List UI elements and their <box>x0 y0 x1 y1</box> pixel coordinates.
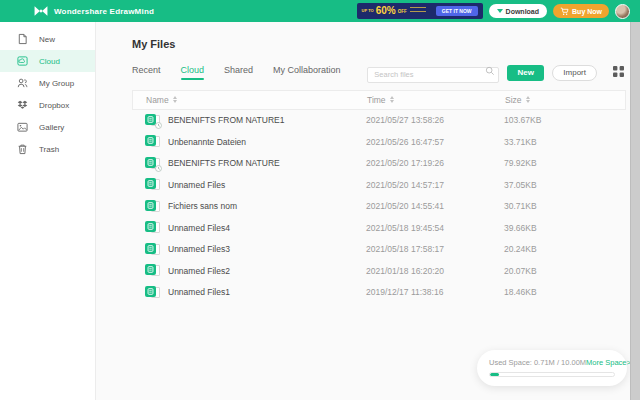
gallery-icon <box>17 121 28 133</box>
file-name-cell: Fichiers sans nom <box>145 200 366 213</box>
edrawmind-logo-icon <box>34 5 48 17</box>
file-icon <box>145 264 160 277</box>
sort-icon-name[interactable] <box>173 96 177 103</box>
file-icon <box>145 135 160 148</box>
file-name-cell: Unnamed Files1 <box>145 286 366 299</box>
file-name-cell: Unnamed Files <box>145 178 366 191</box>
top-bar: Wondershare EdrawMind UP TO 60% OFF GET … <box>0 0 640 22</box>
file-name: Unnamed Files4 <box>168 223 230 233</box>
column-header-size: Size <box>505 95 522 105</box>
file-name-cell: BENENIFTS FROM NATURE <box>145 157 366 170</box>
promo-banner[interactable]: UP TO 60% OFF GET IT NOW <box>357 3 483 19</box>
dropbox-icon <box>17 99 28 111</box>
file-icon <box>145 178 160 191</box>
sort-icon-time[interactable] <box>390 96 394 103</box>
file-name-cell: Unnamed Files4 <box>145 221 366 234</box>
promo-percent-label: 60% <box>376 6 396 16</box>
tab-my-collaboration[interactable]: My Collaboration <box>273 65 341 80</box>
file-name: Unnamed Files3 <box>168 244 230 254</box>
new-button[interactable]: New <box>507 65 544 81</box>
column-header-time: Time <box>367 95 386 105</box>
search-box <box>367 63 499 83</box>
promo-countdown-decoration <box>410 7 426 15</box>
new-file-icon <box>17 33 28 45</box>
file-size-cell: 30.71KB <box>504 201 626 211</box>
table-row[interactable]: Unbenannte Dateien2021/05/26 16:47:5733.… <box>132 131 626 153</box>
sidebar-item-cloud[interactable]: Cloud <box>0 50 95 72</box>
sort-icon-size[interactable] <box>526 96 530 103</box>
file-size-cell: 33.71KB <box>504 137 626 147</box>
buy-now-button[interactable]: Buy Now <box>553 4 609 18</box>
file-name: BENENIFTS FROM NATURE1 <box>168 115 285 125</box>
table-row[interactable]: Fichiers sans nom2021/05/20 14:55:4130.7… <box>132 196 626 218</box>
file-icon <box>145 114 160 127</box>
table-row[interactable]: BENENIFTS FROM NATURE2021/05/20 17:19:26… <box>132 153 626 175</box>
used-space-value: 0.71M / 10.00M <box>534 358 586 367</box>
file-time-cell: 2021/05/18 17:58:17 <box>366 244 504 254</box>
tab-bar: Recent Cloud Shared My Collaboration <box>132 65 341 80</box>
download-button[interactable]: Download <box>489 4 547 18</box>
sidebar-item-gallery[interactable]: Gallery <box>0 116 95 138</box>
sidebar-item-label: New <box>39 35 55 44</box>
file-icon <box>145 200 160 213</box>
file-icon <box>145 243 160 256</box>
file-size-cell: 39.66KB <box>504 223 626 233</box>
file-name-cell: Unbenannte Dateien <box>145 135 366 148</box>
table-row[interactable]: Unnamed Files42021/05/18 19:45:5439.66KB <box>132 217 626 239</box>
files-table: Name Time Size BENENIFTS FROM NATURE1202… <box>132 90 626 304</box>
file-icon <box>145 221 160 234</box>
trash-icon <box>17 143 28 155</box>
storage-widget: Used Space: 0.71M / 10.00M More Space> <box>477 350 627 386</box>
file-name-cell: Unnamed Files2 <box>145 264 366 277</box>
storage-progress-fill <box>490 373 499 376</box>
import-button[interactable]: Import <box>552 65 597 81</box>
file-time-cell: 2021/05/18 19:45:54 <box>366 223 504 233</box>
table-row[interactable]: BENENIFTS FROM NATURE12021/05/27 13:58:2… <box>132 110 626 132</box>
sidebar-item-label: Cloud <box>39 57 60 66</box>
file-time-cell: 2019/12/17 11:38:16 <box>366 287 504 297</box>
table-header: Name Time Size <box>132 90 626 110</box>
file-size-cell: 18.46KB <box>504 287 626 297</box>
sync-clock-badge <box>155 165 162 172</box>
file-icon <box>145 286 160 299</box>
file-name: Unnamed Files <box>168 180 225 190</box>
grid-view-toggle[interactable] <box>611 65 626 80</box>
sync-clock-badge <box>155 122 162 129</box>
file-time-cell: 2021/01/18 16:20:20 <box>366 266 504 276</box>
file-name-cell: BENENIFTS FROM NATURE1 <box>145 114 366 127</box>
page-title: My Files <box>132 38 626 50</box>
sidebar-item-label: Gallery <box>39 123 64 132</box>
tab-recent[interactable]: Recent <box>132 65 161 80</box>
brand-name: Wondershare EdrawMind <box>54 7 154 16</box>
file-time-cell: 2021/05/20 17:19:26 <box>366 158 504 168</box>
sidebar-item-dropbox[interactable]: Dropbox <box>0 94 95 116</box>
used-space-label: Used Space: <box>489 358 532 367</box>
file-name: Fichiers sans nom <box>168 201 237 211</box>
download-button-label: Download <box>506 8 539 15</box>
table-row[interactable]: Unnamed Files12019/12/17 11:38:1618.46KB <box>132 282 626 304</box>
sidebar: New Cloud My Group Dropbox <box>0 22 96 400</box>
file-size-cell: 79.92KB <box>504 158 626 168</box>
main-panel: My Files Recent Cloud Shared My Collabor… <box>96 22 640 400</box>
sidebar-item-my-group[interactable]: My Group <box>0 72 95 94</box>
group-icon <box>17 77 28 89</box>
tab-cloud[interactable]: Cloud <box>181 65 205 80</box>
file-time-cell: 2021/05/26 16:47:57 <box>366 137 504 147</box>
promo-cta-button[interactable]: GET IT NOW <box>436 6 478 16</box>
tab-shared[interactable]: Shared <box>224 65 253 80</box>
table-row[interactable]: Unnamed Files32021/05/18 17:58:1720.24KB <box>132 239 626 261</box>
file-size-cell: 20.07KB <box>504 266 626 276</box>
buy-now-label: Buy Now <box>572 8 602 15</box>
sidebar-item-new[interactable]: New <box>0 28 95 50</box>
file-name: Unnamed Files1 <box>168 287 230 297</box>
search-input[interactable] <box>367 67 499 83</box>
sidebar-item-trash[interactable]: Trash <box>0 138 95 160</box>
file-size-cell: 20.24KB <box>504 244 626 254</box>
table-row[interactable]: Unnamed Files2021/05/20 14:57:1737.05KB <box>132 174 626 196</box>
table-row[interactable]: Unnamed Files22021/01/18 16:20:2020.07KB <box>132 260 626 282</box>
sidebar-item-label: Trash <box>39 145 59 154</box>
user-avatar[interactable] <box>615 4 630 19</box>
promo-off-label: OFF <box>398 9 407 14</box>
more-space-link[interactable]: More Space> <box>586 358 631 367</box>
sidebar-item-label: My Group <box>39 79 74 88</box>
